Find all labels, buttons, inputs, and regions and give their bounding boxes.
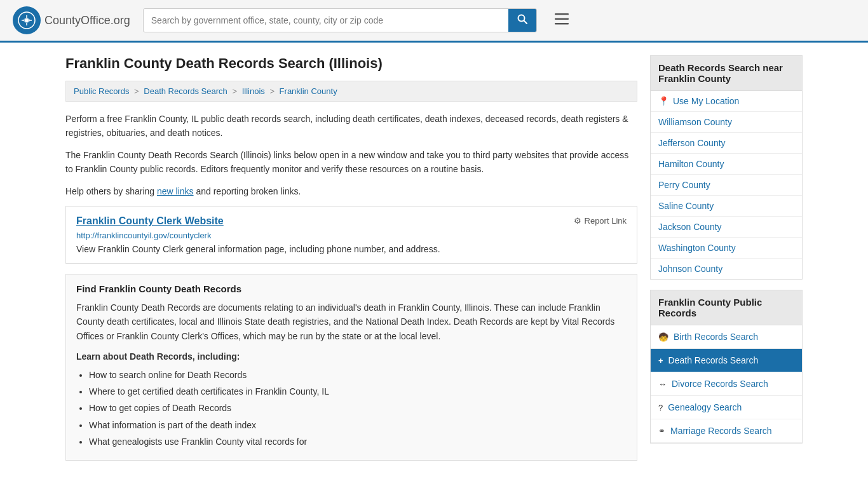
nearby-county-item[interactable]: Washington County (651, 238, 802, 259)
report-link-button[interactable]: ⚙ Report Link (574, 216, 627, 226)
svg-point-1 (25, 18, 29, 22)
sidebar: Death Records Search near Franklin Count… (650, 55, 803, 471)
nav-death-records[interactable]: + Death Records Search (651, 349, 802, 372)
genealogy-link[interactable]: Genealogy Search (668, 402, 742, 412)
nav-birth-records[interactable]: 🧒 Birth Records Search (651, 325, 802, 349)
nav-divorce-records[interactable]: ↔ Divorce Records Search (651, 372, 802, 396)
list-item: Where to get certified death certificate… (89, 384, 627, 398)
svg-line-3 (524, 21, 527, 24)
search-button[interactable] (508, 9, 536, 32)
svg-rect-6 (555, 23, 569, 25)
nav-marriage-records[interactable]: ⚭ Marriage Records Search (651, 419, 802, 443)
perry-county-link[interactable]: Perry County (658, 180, 710, 190)
learn-title: Learn about Death Records, including: (76, 349, 627, 363)
jefferson-county-link[interactable]: Jefferson County (658, 138, 726, 148)
page-title: Franklin County Death Records Search (Il… (65, 55, 637, 72)
description-2: The Franklin County Death Records Search… (65, 148, 637, 177)
svg-rect-4 (555, 13, 569, 15)
section-body-text: Franklin County Death Records are docume… (76, 301, 627, 343)
link-block: Franklin County Clerk Website ⚙ Report L… (65, 206, 637, 264)
logo-text: CountyOffice.org (44, 14, 130, 27)
nearby-county-item[interactable]: Williamson County (651, 112, 802, 133)
jackson-county-link[interactable]: Jackson County (658, 222, 722, 232)
search-input[interactable] (144, 10, 508, 30)
report-icon: ⚙ (574, 216, 581, 226)
list-item: How to search online for Death Records (89, 368, 627, 382)
new-links-link[interactable]: new links (157, 186, 194, 196)
nearby-county-item[interactable]: Hamilton County (651, 154, 802, 175)
breadcrumb-public-records[interactable]: Public Records (74, 86, 129, 96)
nearby-section: Death Records Search near Franklin Count… (650, 55, 803, 280)
link-url[interactable]: http://franklincountyil.gov/countyclerk (76, 231, 627, 240)
use-my-location-link[interactable]: Use My Location (673, 96, 739, 106)
logo[interactable]: CountyOffice.org (13, 6, 130, 34)
section-title: Find Franklin County Death Records (76, 283, 627, 294)
johnson-county-link[interactable]: Johnson County (658, 264, 722, 274)
location-icon: 📍 (658, 96, 669, 106)
use-my-location-item[interactable]: 📍 Use My Location (651, 91, 802, 112)
breadcrumb-franklin-county[interactable]: Franklin County (280, 86, 337, 96)
search-bar (143, 8, 537, 32)
public-records-nav: 🧒 Birth Records Search + Death Records S… (650, 325, 803, 444)
williamson-county-link[interactable]: Williamson County (658, 117, 732, 127)
main-content: Franklin County Death Records Search (Il… (65, 55, 637, 471)
breadcrumb-illinois[interactable]: Illinois (242, 86, 265, 96)
menu-button[interactable] (550, 10, 574, 31)
death-records-link[interactable]: Death Records Search (668, 355, 759, 365)
birth-records-link[interactable]: Birth Records Search (674, 332, 758, 342)
nearby-links: 📍 Use My Location Williamson County Jeff… (650, 90, 803, 280)
breadcrumb-death-records[interactable]: Death Records Search (144, 86, 227, 96)
death-icon: + (658, 356, 663, 365)
marriage-records-link[interactable]: Marriage Records Search (670, 426, 772, 436)
link-description: View Franklin County Clerk general infor… (76, 244, 627, 254)
nearby-county-item[interactable]: Saline County (651, 196, 802, 217)
list-item: How to get copies of Death Records (89, 401, 627, 415)
link-block-title[interactable]: Franklin County Clerk Website (76, 215, 224, 227)
nav-genealogy[interactable]: ? Genealogy Search (651, 396, 802, 419)
washington-county-link[interactable]: Washington County (658, 243, 736, 253)
learn-list: How to search online for Death Records W… (89, 368, 627, 449)
saline-county-link[interactable]: Saline County (658, 201, 714, 211)
public-records-section: Franklin County Public Records 🧒 Birth R… (650, 290, 803, 444)
divorce-icon: ↔ (658, 379, 667, 389)
genealogy-icon: ? (658, 403, 663, 412)
description-1: Perform a free Franklin County, IL publi… (65, 112, 637, 140)
nearby-title: Death Records Search near Franklin Count… (650, 55, 803, 90)
list-item: What genealogists use Franklin County vi… (89, 435, 627, 449)
marriage-icon: ⚭ (658, 426, 665, 436)
breadcrumb: Public Records > Death Records Search > … (65, 81, 637, 102)
svg-rect-5 (555, 18, 569, 20)
birth-icon: 🧒 (658, 332, 668, 342)
nearby-county-item[interactable]: Johnson County (651, 259, 802, 279)
public-records-title: Franklin County Public Records (650, 290, 803, 325)
nearby-county-item[interactable]: Jackson County (651, 217, 802, 238)
nearby-county-item[interactable]: Jefferson County (651, 133, 802, 154)
find-records-section: Find Franklin County Death Records Frank… (65, 274, 637, 461)
description-3: Help others by sharing new links and rep… (65, 184, 637, 198)
hamilton-county-link[interactable]: Hamilton County (658, 159, 724, 169)
nearby-county-item[interactable]: Perry County (651, 175, 802, 196)
list-item: What information is part of the death in… (89, 418, 627, 432)
divorce-records-link[interactable]: Divorce Records Search (672, 379, 768, 389)
logo-icon (13, 6, 41, 34)
